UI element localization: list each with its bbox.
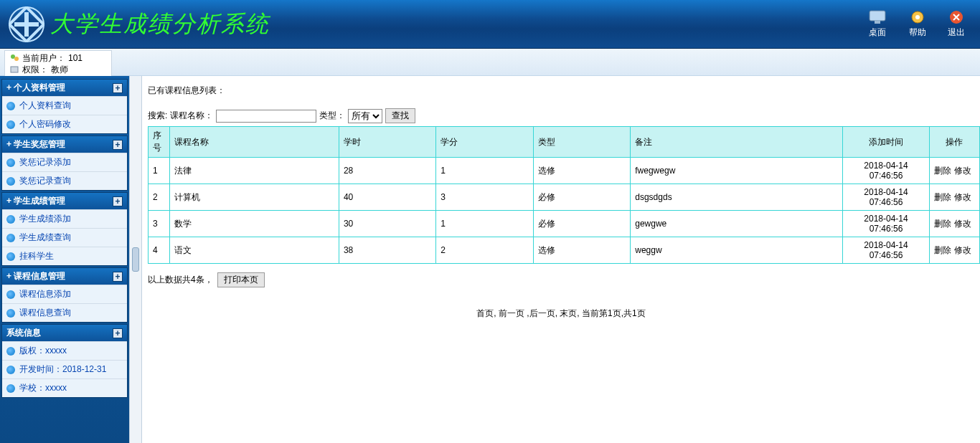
delete-link[interactable]: 删除: [934, 166, 951, 176]
sidebar-link[interactable]: 学生成绩查询: [19, 232, 71, 244]
sidebar-section-title: + 学生成绩管理: [6, 195, 65, 207]
cell-op: 删除修改: [929, 184, 979, 211]
sidebar-link[interactable]: 学生成绩添加: [19, 213, 71, 225]
cell-time: 2018-04-14 07:46:56: [843, 158, 929, 184]
sidebar-section-head[interactable]: + 学生成绩管理+: [2, 193, 127, 209]
sidebar-section-head[interactable]: + 课程信息管理+: [2, 268, 127, 285]
sidebar-link[interactable]: 学校：xxxxx: [19, 382, 67, 394]
bullet-icon: [6, 177, 15, 186]
pager[interactable]: 首页, 前一页 ,后一页, 末页, 当前第1页,共1页: [148, 308, 974, 320]
sidebar-section-title: + 课程信息管理: [6, 270, 65, 282]
cell-idx: 3: [149, 211, 170, 237]
cell-name: 法律: [170, 158, 339, 184]
sidebar-item[interactable]: 学生成绩查询: [2, 228, 127, 247]
cell-idx: 1: [149, 158, 170, 184]
sidebar-link[interactable]: 挂科学生: [19, 250, 54, 262]
cell-time: 2018-04-14 07:46:56: [843, 184, 929, 211]
cell-credit: 1: [436, 211, 533, 237]
cell-op: 删除修改: [929, 211, 979, 237]
splitter[interactable]: [129, 76, 142, 443]
sidebar-item[interactable]: 课程信息添加: [2, 285, 127, 303]
sidebar-link[interactable]: 奖惩记录添加: [19, 156, 71, 168]
svg-rect-1: [870, 11, 885, 21]
cell-idx: 2: [149, 184, 170, 211]
expand-icon[interactable]: +: [113, 83, 123, 93]
sidebar-item[interactable]: 奖惩记录查询: [2, 171, 127, 190]
bullet-icon: [6, 290, 15, 299]
cell-type: 选修: [533, 237, 630, 264]
course-name-input[interactable]: [216, 110, 316, 123]
svg-point-4: [915, 15, 920, 19]
sidebar-item[interactable]: 课程信息查询: [2, 303, 127, 322]
bullet-icon: [6, 252, 15, 261]
sidebar-item[interactable]: 挂科学生: [2, 247, 127, 265]
cell-remark: gewgwe: [631, 211, 843, 237]
current-user-label: 当前用户：: [22, 52, 65, 64]
bullet-icon: [6, 347, 15, 356]
table-row: 4语文382选修weggw2018-04-14 07:46:56删除修改: [149, 237, 980, 264]
user-icon: [9, 53, 19, 63]
cell-remark: fwegwegw: [631, 158, 843, 184]
sidebar-link[interactable]: 版权：xxxxx: [19, 345, 67, 357]
expand-icon[interactable]: +: [113, 328, 123, 338]
search-button[interactable]: 查找: [385, 108, 415, 123]
sidebar-item[interactable]: 奖惩记录添加: [2, 153, 127, 171]
help-button[interactable]: 帮助: [908, 9, 927, 39]
sidebar-item[interactable]: 学校：xxxxx: [2, 378, 127, 397]
col-header: 添加时间: [843, 127, 929, 158]
cell-hours: 40: [339, 184, 435, 211]
cell-time: 2018-04-14 07:46:56: [843, 211, 929, 237]
sidebar-link[interactable]: 个人密码修改: [19, 118, 71, 130]
desktop-icon: [867, 9, 888, 25]
edit-link[interactable]: 修改: [954, 166, 971, 176]
layout: + 个人资料管理+个人资料查询个人密码修改+ 学生奖惩管理+奖惩记录添加奖惩记录…: [0, 76, 980, 443]
cell-hours: 38: [339, 237, 435, 264]
course-table: 序号课程名称学时学分类型备注添加时间操作 1法律281选修fwegwegw201…: [148, 126, 980, 264]
col-header: 课程名称: [170, 127, 339, 158]
expand-icon[interactable]: +: [113, 196, 123, 206]
print-button[interactable]: 打印本页: [217, 272, 265, 287]
close-icon: [947, 9, 966, 25]
sidebar-link[interactable]: 课程信息查询: [19, 307, 71, 319]
delete-link[interactable]: 删除: [934, 219, 951, 229]
sidebar-section-head[interactable]: 系统信息+: [2, 325, 127, 341]
cell-name: 语文: [170, 237, 339, 264]
sidebar-link[interactable]: 个人资料查询: [19, 100, 71, 112]
desktop-button[interactable]: 桌面: [867, 9, 888, 39]
app-title: 大学生成绩分析系统: [50, 9, 270, 40]
expand-icon[interactable]: +: [113, 140, 123, 150]
sidebar-item[interactable]: 版权：xxxxx: [2, 341, 127, 360]
delete-link[interactable]: 删除: [934, 245, 951, 255]
expand-icon[interactable]: +: [113, 272, 123, 282]
sidebar-section: + 课程信息管理+课程信息添加课程信息查询: [1, 267, 128, 323]
sidebar-section-head[interactable]: + 个人资料管理+: [2, 80, 127, 96]
cell-op: 删除修改: [929, 237, 979, 264]
type-label: 类型：: [319, 110, 345, 122]
col-header: 备注: [631, 127, 843, 158]
bullet-icon: [6, 120, 15, 129]
sidebar-link[interactable]: 课程信息添加: [19, 288, 71, 300]
edit-link[interactable]: 修改: [954, 219, 971, 229]
delete-link[interactable]: 删除: [934, 192, 951, 202]
edit-link[interactable]: 修改: [954, 245, 971, 255]
sidebar-link[interactable]: 奖惩记录查询: [19, 175, 71, 187]
sidebar-section-head[interactable]: + 学生奖惩管理+: [2, 136, 127, 153]
svg-rect-2: [875, 21, 880, 24]
cell-type: 必修: [533, 184, 630, 211]
gear-icon: [908, 9, 927, 25]
exit-button[interactable]: 退出: [947, 9, 966, 39]
edit-link[interactable]: 修改: [954, 192, 971, 202]
sidebar-item[interactable]: 个人资料查询: [2, 96, 127, 115]
sidebar-item[interactable]: 开发时间：2018-12-31: [2, 360, 127, 378]
main-content: 已有课程信息列表： 搜索: 课程名称： 类型： 所有 查找 序号课程名称学时学分…: [142, 76, 980, 443]
cell-hours: 28: [339, 158, 435, 184]
list-title: 已有课程信息列表：: [148, 85, 974, 97]
sidebar-item[interactable]: 学生成绩添加: [2, 209, 127, 228]
table-row: 2计算机403必修dsgsdgds2018-04-14 07:46:56删除修改: [149, 184, 980, 211]
sidebar-item[interactable]: 个人密码修改: [2, 115, 127, 133]
sidebar-link[interactable]: 开发时间：2018-12-31: [19, 363, 106, 376]
sidebar-section-title: + 学生奖惩管理: [6, 138, 65, 151]
type-select[interactable]: 所有: [348, 109, 382, 123]
sidebar-section-title: 系统信息: [6, 327, 41, 339]
splitter-handle[interactable]: [132, 247, 139, 272]
